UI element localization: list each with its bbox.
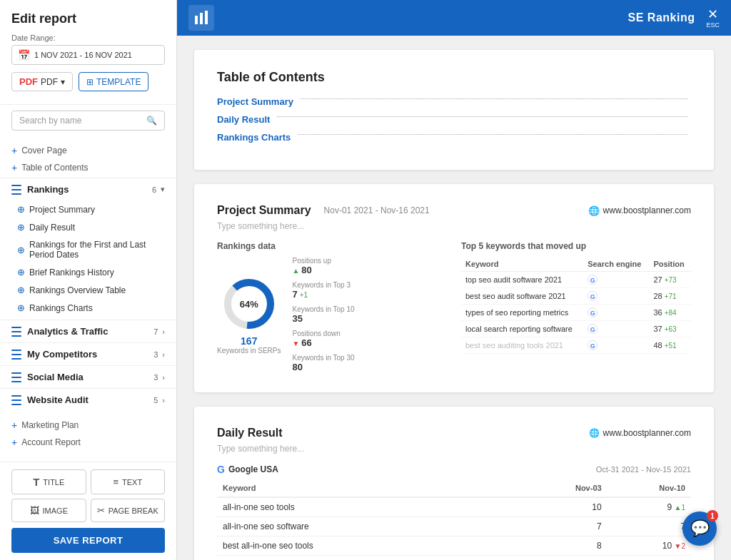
top5-engine: G — [583, 337, 649, 354]
image-button[interactable]: 🖼 IMAGE — [11, 499, 86, 522]
google-icon: G — [588, 307, 598, 317]
sub-item-label-3: Rankings for the First and Last Period D… — [29, 240, 165, 260]
pdf-chevron-icon: ▾ — [61, 77, 65, 87]
left-panel-header: Edit report Date Range: 📅 1 NOV 2021 - 1… — [0, 0, 176, 105]
search-box[interactable]: Search by name 🔍 — [11, 111, 165, 131]
left-panel: Edit report Date Range: 📅 1 NOV 2021 - 1… — [0, 0, 177, 560]
daily-result-placeholder: Type something here... — [217, 444, 691, 454]
sub-item-project-summary[interactable]: ⊕ Project Summary — [11, 200, 176, 218]
plus-icon-3: + — [11, 419, 17, 431]
drag-sub-icon-2: ⊕ — [17, 222, 25, 233]
rankings-stats: Positions up ▲ 80 Keywords in Top 3 7 — [292, 257, 354, 372]
drag-icon — [11, 185, 21, 195]
group-title-social: Social Media — [27, 372, 153, 382]
title-button[interactable]: T TITLE — [11, 469, 86, 494]
sub-item-brief-history[interactable]: ⊕ Brief Rankings History — [11, 263, 176, 281]
group-count-competitors: 3 — [153, 350, 158, 359]
stat-positions-up: Positions up ▲ 80 — [292, 257, 354, 275]
svg-rect-1 — [200, 13, 203, 24]
drag-sub-icon: ⊕ — [17, 204, 25, 215]
stat-positions-up-label: Positions up — [292, 257, 354, 265]
group-website-audit[interactable]: Website Audit 5 › — [0, 388, 176, 411]
group-title-competitors: My Competitors — [27, 349, 153, 360]
kw-keyword: best all-in-one seo tools — [217, 536, 523, 556]
chat-icon: 💬 — [690, 519, 710, 538]
toc-label-2: Daily Result — [217, 114, 270, 125]
drag-sub-icon-6: ⊕ — [17, 302, 25, 313]
add-cover-page[interactable]: + Cover Page — [11, 142, 165, 159]
add-account-report[interactable]: + Account Report — [11, 434, 165, 451]
list-item: best all-in-one seo tools810 ▼2 — [217, 536, 691, 556]
top5-position: 48 +51 — [649, 337, 691, 354]
group-rankings[interactable]: Rankings 6 ▾ — [0, 178, 176, 200]
group-social[interactable]: Social Media 3 › — [0, 365, 176, 388]
top5-engine: G — [583, 272, 649, 288]
toc-label-3: Rankings Charts — [217, 132, 291, 143]
chat-badge: 1 — [707, 510, 718, 521]
template-button[interactable]: ⊞ TEMPLATE — [79, 72, 148, 91]
sub-item-daily-result[interactable]: ⊕ Daily Result — [11, 218, 176, 236]
group-competitors[interactable]: My Competitors 3 › — [0, 342, 176, 365]
template-grid-icon: ⊞ — [86, 77, 94, 87]
pdf-button[interactable]: PDF PDF ▾ — [11, 72, 73, 91]
toc-dots-3 — [298, 134, 688, 135]
keywords-in-serps: 167 Keywords in SERPs — [217, 335, 281, 355]
page-break-button[interactable]: ✂ PAGE BREAK — [91, 499, 166, 522]
top5-engine: G — [583, 288, 649, 305]
sub-item-overview-table[interactable]: ⊕ Rankings Overview Table — [11, 281, 176, 299]
add-marketing-plan[interactable]: + Marketing Plan — [11, 417, 165, 434]
google-usa-row: G Google USA Oct-31 2021 - Nov-15 2021 — [217, 464, 691, 475]
search-icon: 🔍 — [146, 116, 157, 126]
chat-bubble[interactable]: 💬 1 — [682, 511, 717, 546]
table-row: best seo auditing tools 2021G48 +51 — [461, 337, 691, 354]
google-icon: G — [588, 324, 598, 334]
serps-num: 167 — [217, 335, 281, 347]
save-report-button[interactable]: SAVE REPORT — [11, 528, 165, 553]
top5-col-keyword: Keyword — [461, 257, 583, 272]
rankings-row: Rankings data 64% — [217, 241, 691, 372]
stat-positions-down-label: Positions down — [292, 330, 354, 337]
date-range-input[interactable]: 📅 1 NOV 2021 - 16 NOV 2021 — [11, 45, 165, 65]
project-summary-header: Project Summary Nov-01 2021 - Nov-16 202… — [217, 204, 691, 217]
kw-keyword: all-in-one seo tools — [217, 497, 523, 517]
drag-icon-2 — [11, 327, 21, 337]
stat-kw-top10-value: 35 — [292, 313, 354, 324]
stat-down-arrow: ▼ — [292, 340, 301, 347]
rankings-sub-items: ⊕ Project Summary ⊕ Daily Result ⊕ Ranki… — [0, 200, 176, 320]
top5-keyword: best seo audit software 2021 — [461, 288, 583, 305]
sub-item-rankings-charts[interactable]: ⊕ Rankings Charts — [11, 299, 176, 317]
sub-item-label-6: Rankings Charts — [29, 303, 165, 313]
donut-wrap: 64% 167 Keywords in SERPs — [217, 275, 281, 355]
drag-icon-3 — [11, 350, 21, 360]
date-range-label: Date Range: — [11, 34, 165, 42]
sub-item-label: Project Summary — [29, 205, 165, 215]
group-count-rankings: 6 — [152, 185, 156, 194]
right-header: SE Ranking ✕ ESC — [177, 0, 731, 36]
project-summary-title: Project Summary — [217, 204, 311, 217]
group-title-audit: Website Audit — [27, 394, 153, 405]
chevron-down-icon: ▾ — [161, 185, 165, 194]
google-icon: G — [588, 291, 598, 301]
kw-nov10: 10 ▼1 — [608, 556, 691, 561]
format-row: PDF PDF ▾ ⊞ TEMPLATE — [11, 72, 165, 91]
top5-position: 27 +73 — [649, 272, 691, 288]
text-button[interactable]: ≡ TEXT — [91, 469, 166, 494]
close-button[interactable]: ✕ ESC — [706, 8, 720, 29]
marketing-plan-label: Marketing Plan — [21, 420, 79, 430]
search-placeholder: Search by name — [19, 116, 81, 126]
group-count-analytics: 7 — [153, 327, 158, 336]
toc-title: Table of Contents — [217, 70, 691, 85]
add-table-of-contents[interactable]: + Table of Contents — [11, 159, 165, 176]
project-summary-placeholder: Type something here... — [217, 221, 691, 231]
donut-chart: 64% — [221, 275, 278, 332]
stat-kw-top30-value: 80 — [292, 362, 354, 372]
drag-sub-icon-4: ⊕ — [17, 267, 25, 278]
kw-col-nov03: Nov-03 — [523, 479, 607, 497]
daily-result-header: Daily Result 🌐 www.boostplanner.com — [217, 427, 691, 439]
table-row: best seo audit software 2021G28 +71 — [461, 288, 691, 305]
sub-item-rankings-first-last[interactable]: ⊕ Rankings for the First and Last Period… — [11, 236, 176, 263]
add-section: + Cover Page + Table of Contents — [0, 136, 176, 178]
pdf-label: PDF — [41, 77, 58, 87]
list-item: best all-in-one seo software910 ▼1 — [217, 556, 691, 561]
group-analytics[interactable]: Analytics & Traffic 7 › — [0, 320, 176, 342]
